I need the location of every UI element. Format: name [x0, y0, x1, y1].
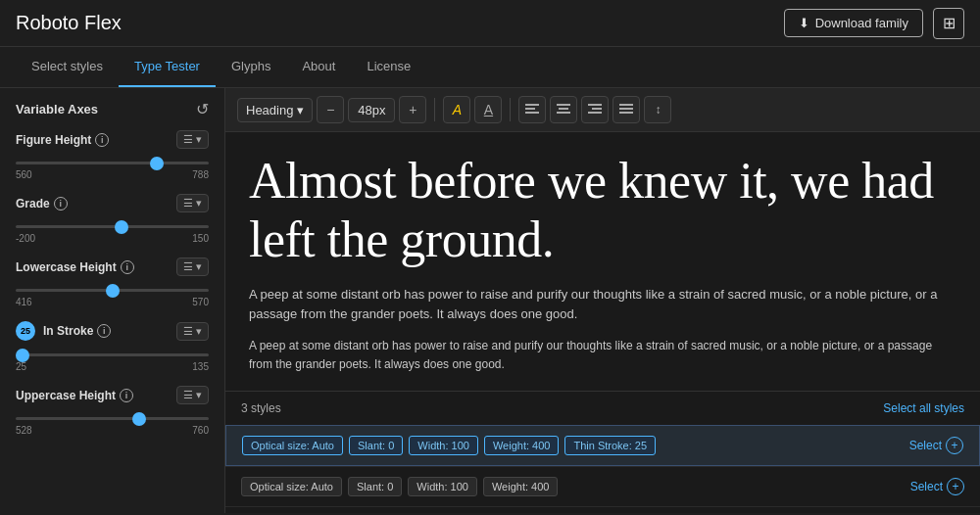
- underline-button[interactable]: A: [474, 96, 502, 123]
- thin-stroke-info-icon[interactable]: i: [97, 324, 111, 338]
- grade-slider[interactable]: [16, 225, 209, 228]
- highlight-button[interactable]: A: [443, 96, 470, 123]
- axis-label-figure-height: Figure Height: [16, 133, 91, 147]
- sidebar-title: Variable Axes: [16, 102, 98, 117]
- figure-height-min: 560: [16, 169, 32, 180]
- style-tag: Slant: 0: [349, 436, 403, 455]
- header-right: ⬇ Download family ⊞: [784, 8, 964, 39]
- align-justify-button[interactable]: [612, 96, 640, 123]
- align-right-button[interactable]: [581, 96, 609, 123]
- sidebar-header: Variable Axes ↺: [16, 100, 209, 118]
- dropdown-chevron-icon: ▾: [297, 103, 304, 117]
- grade-list-button[interactable]: ☰ ▾: [176, 194, 209, 212]
- axis-uppercase-height: Uppercase Height i ☰ ▾ 528 760: [16, 386, 209, 436]
- style-tag: Optical size: Auto: [241, 477, 342, 496]
- figure-height-max: 788: [192, 169, 209, 180]
- refresh-axes-button[interactable]: ↺: [196, 100, 209, 118]
- axis-label-lowercase-height: Lowercase Height: [16, 260, 117, 274]
- lowercase-height-info-icon[interactable]: i: [121, 260, 134, 274]
- svg-rect-4: [559, 108, 568, 110]
- axis-label-uppercase-height: Uppercase Height: [16, 389, 116, 402]
- svg-rect-9: [619, 104, 633, 106]
- preview-body-1[interactable]: A peep at some distant orb has power to …: [249, 285, 956, 326]
- main-layout: Variable Axes ↺ Figure Height i ☰ ▾ 560 …: [0, 88, 980, 513]
- text-preview-area: Almost before we knew it, we had left th…: [225, 132, 980, 392]
- styles-count: 3 styles: [241, 401, 281, 415]
- svg-rect-3: [557, 104, 570, 106]
- align-left-button[interactable]: [518, 96, 546, 123]
- figure-height-list-button[interactable]: ☰ ▾: [176, 130, 209, 149]
- tab-license[interactable]: License: [351, 47, 426, 87]
- figure-height-info-icon[interactable]: i: [95, 133, 109, 147]
- thin-stroke-max: 135: [192, 361, 209, 372]
- select-circle-icon: +: [947, 478, 964, 495]
- thin-stroke-list-button[interactable]: ☰ ▾: [176, 322, 209, 341]
- uppercase-height-info-icon[interactable]: i: [120, 389, 133, 402]
- grade-max: 150: [192, 233, 209, 244]
- svg-rect-7: [592, 108, 602, 110]
- style-row: Optical size: Auto Slant: 0 Width: 100 W…: [225, 506, 980, 513]
- thin-stroke-min: 25: [16, 361, 26, 372]
- style-tag: Optical size: Auto: [242, 436, 343, 455]
- svg-rect-5: [557, 112, 570, 114]
- axis-lowercase-height: Lowercase Height i ☰ ▾ 416 570: [16, 258, 209, 307]
- style-tag: Thin Stroke: 25: [564, 436, 656, 455]
- lowercase-height-list-button[interactable]: ☰ ▾: [176, 258, 209, 276]
- svg-rect-10: [619, 108, 633, 110]
- style-dropdown[interactable]: Heading ▾: [237, 98, 313, 122]
- axis-thin-stroke: 25 In Stroke i ☰ ▾ 25 135: [16, 321, 209, 372]
- type-toolbar: Heading ▾ − 48px + A A ↕: [225, 88, 980, 132]
- uppercase-height-min: 528: [16, 425, 32, 436]
- svg-rect-2: [525, 112, 539, 114]
- select-style-1-link[interactable]: Select +: [909, 437, 963, 454]
- tab-select-styles[interactable]: Select styles: [16, 47, 119, 87]
- select-style-2-link[interactable]: Select +: [910, 478, 964, 495]
- toolbar-separator-1: [434, 98, 435, 121]
- svg-rect-8: [588, 112, 602, 114]
- preview-heading[interactable]: Almost before we knew it, we had left th…: [249, 152, 956, 269]
- lowercase-height-slider[interactable]: [16, 289, 209, 292]
- grade-min: -200: [16, 233, 35, 244]
- download-family-button[interactable]: ⬇ Download family: [784, 9, 923, 37]
- thin-stroke-slider[interactable]: [16, 353, 209, 356]
- tab-about[interactable]: About: [286, 47, 351, 87]
- style-tag: Weight: 400: [483, 477, 559, 496]
- select-all-styles-link[interactable]: Select all styles: [883, 401, 964, 415]
- svg-rect-11: [619, 112, 633, 114]
- align-center-button[interactable]: [550, 96, 577, 123]
- style-tag: Weight: 400: [484, 436, 560, 455]
- style-row: Optical size: Auto Slant: 0 Width: 100 W…: [225, 425, 980, 466]
- figure-height-slider[interactable]: [16, 162, 209, 164]
- styles-list: 3 styles Select all styles Optical size:…: [225, 392, 980, 513]
- increase-font-size-button[interactable]: +: [399, 96, 426, 123]
- app-title: Roboto Flex: [16, 12, 122, 34]
- style-row: Optical size: Auto Slant: 0 Width: 100 W…: [225, 466, 980, 506]
- lowercase-height-max: 570: [192, 297, 209, 307]
- content-area: Heading ▾ − 48px + A A ↕: [225, 88, 980, 513]
- lowercase-height-min: 416: [16, 297, 32, 307]
- preview-body-2[interactable]: A peep at some distant orb has power to …: [249, 337, 956, 374]
- grid-icon: ⊞: [943, 14, 956, 32]
- styles-header: 3 styles Select all styles: [225, 392, 980, 425]
- line-height-button[interactable]: ↕: [644, 96, 671, 123]
- uppercase-height-max: 760: [192, 425, 209, 436]
- tab-type-tester[interactable]: Type Tester: [119, 47, 216, 87]
- axis-grade: Grade i ☰ ▾ -200 150: [16, 194, 209, 244]
- select-circle-icon: +: [946, 437, 963, 454]
- uppercase-height-slider[interactable]: [16, 417, 209, 420]
- axis-figure-height: Figure Height i ☰ ▾ 560 788: [16, 130, 209, 180]
- svg-rect-1: [525, 108, 535, 110]
- decrease-font-size-button[interactable]: −: [317, 96, 344, 123]
- grid-view-button[interactable]: ⊞: [933, 8, 964, 39]
- style-tag: Width: 100: [409, 436, 478, 455]
- thin-stroke-badge: 25: [16, 321, 35, 341]
- top-header: Roboto Flex ⬇ Download family ⊞: [0, 0, 980, 47]
- axis-label-grade: Grade: [16, 197, 50, 211]
- axis-label-thin-stroke: In Stroke: [43, 324, 93, 338]
- uppercase-height-list-button[interactable]: ☰ ▾: [176, 386, 209, 404]
- svg-rect-0: [525, 104, 539, 106]
- grade-info-icon[interactable]: i: [54, 197, 68, 211]
- tab-glyphs[interactable]: Glyphs: [216, 47, 286, 87]
- svg-rect-6: [588, 104, 602, 106]
- nav-tabs: Select styles Type Tester Glyphs About L…: [0, 47, 980, 88]
